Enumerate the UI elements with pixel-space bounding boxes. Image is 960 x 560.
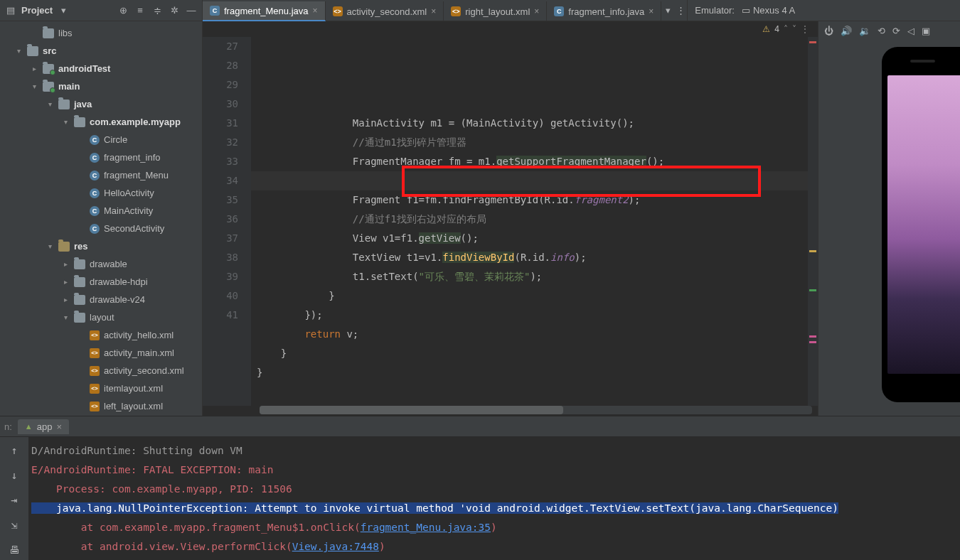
close-icon[interactable]: × [649, 6, 654, 16]
code-body[interactable]: MainActivity m1 = (MainActivity) getActi… [251, 37, 808, 406]
tree-node-drawable-hdpi[interactable]: ▸drawable-hdpi [0, 273, 202, 291]
scroll-end-icon[interactable]: ⇲ [11, 516, 17, 535]
tree-node-libs[interactable]: libs [0, 24, 202, 42]
tree-label: activity_main.xml [104, 348, 174, 358]
project-tree[interactable]: libs▾src▸androidTest▾main▾java▾com.examp… [0, 21, 203, 416]
code-line[interactable]: //通过f1找到右边对应的布局 [251, 210, 808, 229]
code-line[interactable]: View v1=f1.getView(); [251, 229, 808, 248]
code-line[interactable]: TextView t1=v1.findViewById(R.id.info); [251, 248, 808, 267]
stack-link[interactable]: View.java:7448 [292, 541, 379, 552]
tree-node-layout[interactable]: ▾layout [0, 308, 202, 326]
minimap-scrollbar[interactable] [808, 37, 818, 406]
chevron-icon[interactable]: ▸ [61, 260, 70, 268]
tree-node-MainActivity[interactable]: CMainActivity [0, 202, 202, 220]
scroll-down-icon[interactable]: ↓ [11, 466, 17, 485]
code-line[interactable]: } [251, 363, 808, 382]
collapse-icon[interactable]: ≑ [151, 4, 164, 17]
tab-more-icon[interactable]: ⋮ [674, 4, 687, 17]
emulator-device[interactable]: ▭ Nexus 4 A [742, 5, 795, 16]
code-line[interactable]: Fragment f1=fm.findFragmentById(R.id.fra… [251, 190, 808, 210]
tab-fragment_info-java[interactable]: Cfragment_info.java× [547, 1, 661, 21]
code-area[interactable]: 272829303132333435363738394041 MainActiv… [203, 37, 818, 406]
soft-wrap-icon[interactable]: ⇥ [11, 491, 17, 510]
console-line[interactable]: at android.view.View.performClick(View.j… [31, 537, 957, 556]
close-icon[interactable]: × [56, 421, 62, 432]
tree-node-drawable[interactable]: ▸drawable [0, 255, 202, 273]
back-icon[interactable]: ◁ [907, 26, 914, 36]
console-line[interactable]: D/AndroidRuntime: Shutting down VM [31, 441, 957, 461]
code-line[interactable]: t1.setText("可乐、雪碧、茉莉花茶"); [251, 267, 808, 286]
rotate-right-icon[interactable]: ⟳ [892, 26, 900, 36]
code-line[interactable]: }); [251, 306, 808, 325]
tab-right_layout-xml[interactable]: <>right_layout.xml× [444, 1, 547, 21]
run-tab-app[interactable]: ▲ app × [18, 419, 69, 434]
tree-node-res[interactable]: ▾res [0, 237, 202, 255]
xml-file-icon: <> [90, 402, 100, 411]
close-icon[interactable]: × [313, 6, 318, 16]
code-line[interactable]: return v; [251, 325, 808, 344]
console-output[interactable]: D/AndroidRuntime: Shutting down VME/Andr… [28, 437, 960, 560]
code-editor[interactable]: ⚠ 4 ˄ ˅ ⋮ 272829303132333435363738394041… [203, 21, 818, 416]
close-icon[interactable]: × [431, 6, 436, 16]
console-line[interactable]: at com.example.myapp.fragment_Menu$1.onC… [31, 518, 957, 537]
warning-icon[interactable]: ⚠ [762, 24, 770, 34]
scroll-up-icon[interactable]: ↑ [11, 441, 17, 461]
code-line[interactable]: FragmentManager fm = m1.getSupportFragme… [251, 152, 808, 171]
chevron-icon[interactable]: ▸ [30, 65, 38, 72]
folder-icon [74, 277, 85, 287]
chevron-icon[interactable]: ▸ [61, 296, 70, 303]
code-line[interactable] [251, 382, 808, 402]
chevron-icon[interactable]: ▾ [46, 100, 54, 108]
power-icon[interactable]: ⏻ [824, 26, 833, 36]
chevron-icon[interactable]: ▾ [14, 47, 23, 55]
tree-node-com-example-myapp[interactable]: ▾com.example.myapp [0, 113, 202, 131]
console-line[interactable]: E/AndroidRuntime: FATAL EXCEPTION: main [31, 461, 957, 480]
tree-node-HelloActivity[interactable]: CHelloActivity [0, 184, 202, 202]
tree-node-activity_hello-xml[interactable]: <>activity_hello.xml [0, 326, 202, 344]
tab-activity_second-xml[interactable]: <>activity_second.xml× [326, 1, 444, 21]
warning-nav-up-icon[interactable]: ˄ [784, 24, 788, 34]
tree-node-fragment_info[interactable]: Cfragment_info [0, 149, 202, 166]
code-line[interactable]: //通过m1找到碎片管理器 [251, 133, 808, 152]
tree-node-main[interactable]: ▾main [0, 77, 202, 95]
locate-icon[interactable]: ⊕ [117, 4, 129, 17]
settings-icon[interactable]: ✲ [168, 4, 181, 17]
volume-up-icon[interactable]: 🔊 [841, 26, 852, 36]
tree-node-activity_second-xml[interactable]: <>activity_second.xml [0, 362, 202, 379]
tab-overflow-icon[interactable]: ▾ [661, 4, 674, 17]
tree-node-src[interactable]: ▾src [0, 42, 202, 60]
print-icon[interactable]: 🖶 [9, 541, 20, 560]
console-line[interactable]: Process: com.example.myapp, PID: 11506 [31, 480, 957, 499]
tree-node-SecondActivity[interactable]: CSecondActivity [0, 220, 202, 237]
rotate-left-icon[interactable]: ⟲ [878, 26, 885, 36]
chevron-icon[interactable]: ▾ [61, 118, 70, 126]
project-dropdown-icon[interactable]: ▾ [57, 4, 70, 17]
warning-nav-down-icon[interactable]: ˅ [792, 24, 796, 34]
expand-icon[interactable]: ≡ [134, 4, 146, 17]
tree-node-itemlayout-xml[interactable]: <>itemlayout.xml [0, 379, 202, 397]
tree-node-Circle[interactable]: CCircle [0, 131, 202, 149]
code-line[interactable]: } [251, 344, 808, 363]
chevron-icon[interactable]: ▸ [61, 278, 70, 286]
volume-down-icon[interactable]: 🔉 [859, 26, 870, 36]
tree-node-activity_main-xml[interactable]: <>activity_main.xml [0, 344, 202, 362]
hide-icon[interactable]: — [185, 4, 198, 17]
tree-node-drawable-v24[interactable]: ▸drawable-v24 [0, 291, 202, 308]
chevron-icon[interactable]: ▾ [30, 82, 38, 90]
chevron-icon[interactable]: ▾ [46, 242, 54, 250]
tree-node-left_layout-xml[interactable]: <>left_layout.xml [0, 397, 202, 415]
close-icon[interactable]: × [534, 6, 539, 16]
tree-node-androidTest[interactable]: ▸androidTest [0, 60, 202, 77]
tree-node-java[interactable]: ▾java [0, 95, 202, 113]
stack-link[interactable]: fragment_Menu.java:35 [361, 522, 491, 533]
screenshot-icon[interactable]: ▣ [922, 26, 930, 36]
tab-fragment_Menu-java[interactable]: Cfragment_Menu.java× [203, 1, 326, 21]
console-line[interactable]: java.lang.NullPointerException: Attempt … [31, 499, 957, 518]
editor-more-icon[interactable]: ⋮ [801, 24, 809, 34]
code-line[interactable]: MainActivity m1 = (MainActivity) getActi… [251, 114, 808, 133]
code-line[interactable]: } [251, 286, 808, 306]
phone-screen[interactable] [887, 75, 960, 374]
tree-node-fragment_Menu[interactable]: Cfragment_Menu [0, 166, 202, 184]
editor-horizontal-scrollbar[interactable] [260, 406, 812, 414]
chevron-icon[interactable]: ▾ [61, 313, 70, 321]
